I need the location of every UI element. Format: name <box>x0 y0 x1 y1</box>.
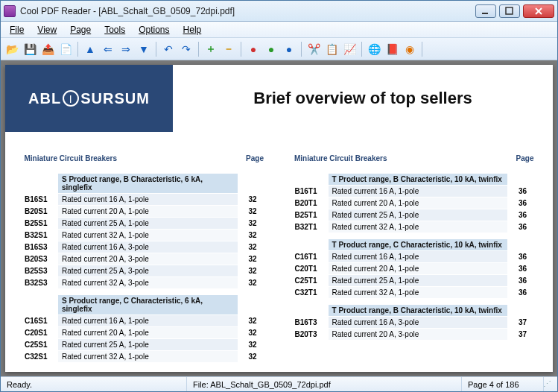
row-desc: Rated current 20 A, 1-pole <box>328 262 508 274</box>
cut-button[interactable]: ✂️ <box>305 41 322 57</box>
rotate-cw-icon: ↷ <box>182 43 191 55</box>
row-page: 37 <box>508 316 538 328</box>
first-page-button[interactable]: ▲ <box>82 41 98 57</box>
right-column: Miniature Circuit BreakersPageT Product … <box>291 153 539 368</box>
titlebar[interactable]: Cool PDF Reader - [ABL_Schalt_GB_0509_72… <box>1 1 557 22</box>
row-desc: Rated current 25 A, 1-pole <box>328 274 508 286</box>
circle-blue-icon: ● <box>286 43 292 55</box>
table-row: B16T1Rated current 16 A, 1-pole36 <box>291 185 538 197</box>
save-button[interactable]: 💾 <box>22 41 38 57</box>
menu-options[interactable]: Options <box>133 23 175 37</box>
row-code: B16S3 <box>21 241 58 253</box>
content-area[interactable]: ABL | SURSUM Brief overview of top selle… <box>1 60 557 376</box>
export-button[interactable]: 📤 <box>39 41 56 57</box>
row-code: B20S3 <box>21 253 58 265</box>
app-icon <box>4 5 16 17</box>
row-page: 32 <box>238 314 267 326</box>
prev-page-button[interactable]: ⇐ <box>100 41 116 57</box>
table-heading: Miniature Circuit Breakers <box>21 153 238 167</box>
rotate-cw-button[interactable]: ↷ <box>178 41 194 57</box>
menu-file[interactable]: File <box>4 23 30 37</box>
table-heading: Miniature Circuit Breakers <box>291 153 508 167</box>
table-row: B25T1Rated current 25 A, 1-pole36 <box>291 209 538 221</box>
range-desc: T Product range, B Characteristic, 10 kA… <box>328 173 508 185</box>
row-desc: Rated current 16 A, 1-pole <box>58 193 238 205</box>
row-desc: Rated current 32 A, 1-pole <box>58 229 238 241</box>
row-desc: Rated current 25 A, 1-pole <box>328 209 508 221</box>
row-code: B25S1 <box>21 217 58 229</box>
table-page-label: Page <box>508 153 538 167</box>
right-table: Miniature Circuit BreakersPageT Product … <box>291 153 539 346</box>
settings-button[interactable]: ◉ <box>402 41 418 57</box>
table-row: C20T1Rated current 20 A, 1-pole36 <box>291 262 538 274</box>
table-row: B25S1Rated current 25 A, 1-pole32 <box>21 217 268 229</box>
row-page: 32 <box>238 217 267 229</box>
range-desc: S Product range, B Characteristic, 6 kA,… <box>58 173 238 193</box>
menu-page[interactable]: Page <box>64 23 97 37</box>
book-icon: 📕 <box>386 43 399 55</box>
chart-icon: 📈 <box>343 43 356 55</box>
resize-grip[interactable]: ⋰ <box>544 377 557 391</box>
table-row: B16S1Rated current 16 A, 1-pole32 <box>21 193 268 205</box>
row-code: B25T1 <box>291 209 328 221</box>
logo-right-text: SURSUM <box>80 90 150 107</box>
row-desc: Rated current 25 A, 1-pole <box>58 338 238 350</box>
table-row: C25T1Rated current 25 A, 1-pole36 <box>291 274 538 286</box>
row-code: B16S1 <box>21 193 58 205</box>
left-table: Miniature Circuit BreakersPageS Product … <box>20 153 268 368</box>
doc-title: Brief overview of top sellers <box>173 89 553 108</box>
toolbar: 📂 💾 📤 📄 ▲ ⇐ ⇒ ▼ ↶ ↷ ＋ － ● ● ● ✂️ 📋 📈 🌐 📕… <box>1 38 557 60</box>
arrow-right-icon: ⇒ <box>121 43 130 55</box>
row-code: C20T1 <box>291 262 328 274</box>
fit-red-button[interactable]: ● <box>245 41 261 57</box>
table-row: C16T1Rated current 16 A, 1-pole36 <box>291 250 538 262</box>
row-code: B16T3 <box>291 316 328 328</box>
print-button[interactable]: 📄 <box>57 41 74 57</box>
zoom-out-button[interactable]: － <box>221 41 237 57</box>
row-code: C32S1 <box>21 350 58 362</box>
row-page: 36 <box>508 274 538 286</box>
book-button[interactable]: 📕 <box>384 41 400 57</box>
left-column: Miniature Circuit BreakersPageS Product … <box>20 153 268 368</box>
close-icon <box>533 5 545 17</box>
row-desc: Rated current 20 A, 3-pole <box>58 253 238 265</box>
row-desc: Rated current 20 A, 1-pole <box>58 205 238 217</box>
row-desc: Rated current 16 A, 1-pole <box>328 185 508 197</box>
rotate-ccw-button[interactable]: ↶ <box>160 41 177 57</box>
menu-tools[interactable]: Tools <box>98 23 131 37</box>
row-page: 32 <box>238 205 267 217</box>
maximize-button[interactable] <box>499 4 520 18</box>
row-desc: Rated current 32 A, 3-pole <box>58 276 238 288</box>
row-code: B20T3 <box>291 328 328 340</box>
fit-green-button[interactable]: ● <box>263 41 279 57</box>
folder-open-icon: 📂 <box>6 43 19 55</box>
close-button[interactable] <box>523 4 554 18</box>
row-page: 36 <box>508 209 538 221</box>
row-code: C20S1 <box>21 326 58 338</box>
maximize-icon <box>504 5 516 17</box>
table-row: C32T1Rated current 32 A, 1-pole36 <box>291 286 538 298</box>
menu-help[interactable]: Help <box>177 23 208 37</box>
table-row: B20T1Rated current 20 A, 1-pole36 <box>291 197 538 209</box>
fit-blue-button[interactable]: ● <box>281 41 297 57</box>
table-row: C20S1Rated current 20 A, 1-pole32 <box>21 326 268 338</box>
last-page-button[interactable]: ▼ <box>136 41 152 57</box>
minimize-button[interactable] <box>475 4 496 18</box>
menu-view[interactable]: View <box>31 23 63 37</box>
zoom-in-button[interactable]: ＋ <box>203 41 219 57</box>
export-icon: 📤 <box>42 43 54 55</box>
next-page-button[interactable]: ⇒ <box>118 41 134 57</box>
row-desc: Rated current 16 A, 3-pole <box>58 241 238 253</box>
circle-green-icon: ● <box>268 43 274 55</box>
row-page: 36 <box>508 286 538 298</box>
row-code: C16S1 <box>21 314 58 326</box>
row-desc: Rated current 25 A, 3-pole <box>58 265 238 276</box>
open-button[interactable]: 📂 <box>4 41 20 57</box>
chart-button[interactable]: 📈 <box>341 41 358 57</box>
row-page: 36 <box>508 197 538 209</box>
globe-button[interactable]: 🌐 <box>366 41 382 57</box>
minimize-icon <box>480 5 492 17</box>
copy-button[interactable]: 📋 <box>323 41 340 57</box>
row-page: 32 <box>238 326 267 338</box>
statusbar: Ready. File: ABL_Schalt_GB_0509_72dpi.pd… <box>1 376 557 391</box>
